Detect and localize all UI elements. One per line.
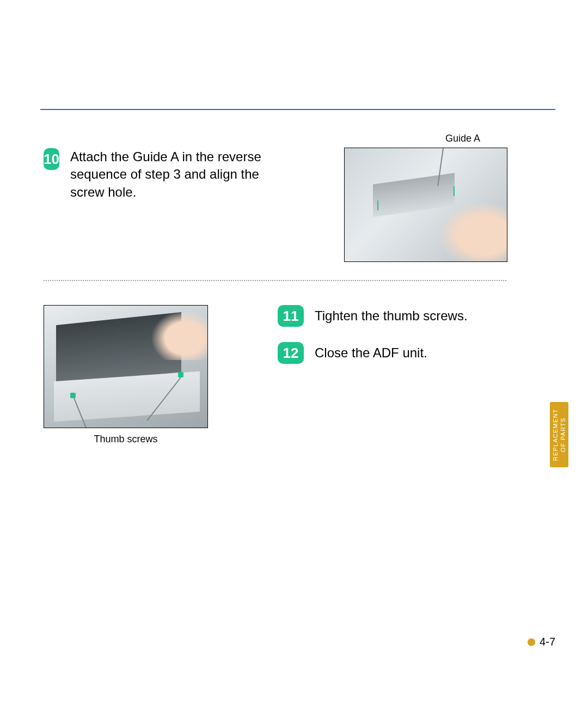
step-10-text: Attach the Guide A in the reverse sequen… bbox=[70, 148, 283, 201]
hand-graphic bbox=[145, 306, 208, 360]
figure-thumb-screws-caption: Thumb screws bbox=[44, 434, 208, 445]
steps-right: 11 Tighten the thumb screws. 12 Close th… bbox=[278, 305, 506, 379]
highlight-marker bbox=[454, 186, 455, 196]
figure-thumb-screws: Thumb screws bbox=[44, 305, 208, 445]
step-11-text: Tighten the thumb screws. bbox=[315, 308, 468, 324]
section-tab-line1: REPLACEMENT bbox=[552, 409, 559, 461]
hand-graphic bbox=[431, 196, 507, 261]
step-12: 12 Close the ADF unit. bbox=[278, 342, 506, 364]
figure-thumb-screws-image bbox=[44, 305, 208, 428]
figure-guide-a: Guide A bbox=[344, 133, 507, 262]
section-tab-line2: OF PARTS bbox=[560, 417, 566, 452]
page-number-bullet-icon bbox=[528, 638, 535, 646]
highlight-marker bbox=[178, 372, 183, 377]
highlight-marker bbox=[377, 200, 378, 210]
step-11: 11 Tighten the thumb screws. bbox=[278, 305, 506, 327]
step-badge-10: 10 bbox=[44, 148, 59, 170]
figure-guide-a-image bbox=[344, 148, 507, 262]
section-tab-label: REPLACEMENT OF PARTS bbox=[552, 409, 567, 461]
step-badge-11: 11 bbox=[278, 305, 304, 327]
dotted-separator bbox=[44, 280, 506, 281]
step-10: 10 Attach the Guide A in the reverse seq… bbox=[44, 148, 283, 201]
page: 10 Attach the Guide A in the reverse seq… bbox=[0, 0, 588, 707]
section-tab: REPLACEMENT OF PARTS bbox=[550, 402, 568, 467]
step-12-text: Close the ADF unit. bbox=[315, 345, 427, 361]
figure-guide-a-caption: Guide A bbox=[344, 133, 507, 144]
header-rule bbox=[40, 109, 555, 110]
page-number: 4-7 bbox=[528, 636, 555, 648]
highlight-marker bbox=[70, 393, 76, 398]
page-number-text: 4-7 bbox=[540, 636, 555, 648]
step-badge-12: 12 bbox=[278, 342, 304, 364]
